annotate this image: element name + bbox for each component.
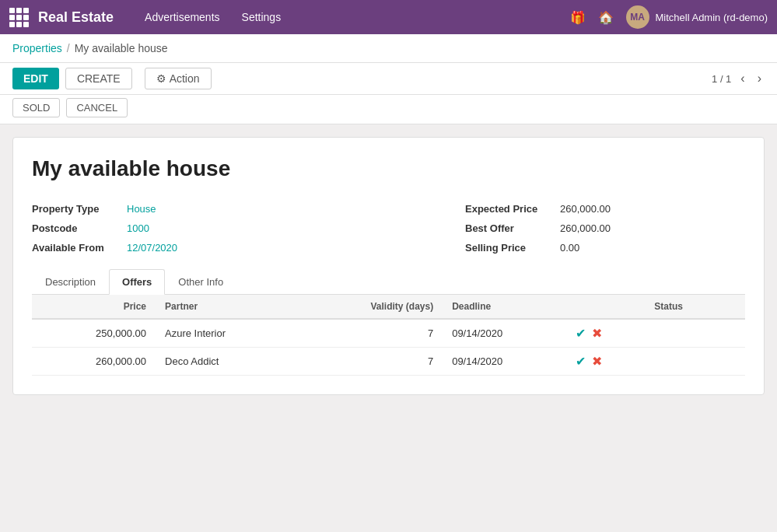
expected-price-field: Expected Price 260,000.00 (465, 203, 745, 215)
nav-settings[interactable]: Settings (242, 11, 282, 23)
col-partner: Partner (156, 295, 297, 319)
available-from-value: 12/07/2020 (127, 242, 177, 254)
fields-right: Expected Price 260,000.00 Best Offer 260… (465, 203, 745, 254)
offers-table: Price Partner Validity (days) Deadline S… (32, 295, 745, 376)
postcode-field: Postcode 1000 (32, 222, 177, 234)
row-status: ✔ ✖ (566, 319, 745, 348)
row-validity: 7 (297, 319, 443, 348)
breadcrumb-separator: / (67, 42, 70, 54)
row-price: 250,000.00 (32, 319, 156, 348)
sold-button[interactable]: SOLD (12, 98, 60, 117)
property-title: My available house (32, 156, 745, 181)
pagination-controls: 1 / 1 ‹ › (712, 70, 765, 87)
fields-left: Property Type House Postcode 1000 Availa… (32, 203, 177, 254)
breadcrumb: Properties / My available house (0, 34, 777, 63)
accept-icon[interactable]: ✔ (576, 354, 586, 369)
grid-menu-icon[interactable] (9, 8, 29, 27)
reject-icon[interactable]: ✖ (592, 354, 602, 369)
property-fields: Property Type House Postcode 1000 Availa… (32, 203, 745, 254)
avatar: MA (626, 5, 649, 29)
tabs-bar: Description Offers Other Info (32, 269, 745, 295)
action-button[interactable]: ⚙ Action (145, 68, 212, 89)
best-offer-value: 260,000.00 (560, 222, 611, 234)
table-row: 250,000.00 Azure Interior 7 09/14/2020 ✔… (32, 319, 745, 348)
selling-price-value: 0.00 (560, 242, 579, 254)
accept-icon[interactable]: ✔ (576, 326, 586, 341)
expected-price-value: 260,000.00 (560, 203, 611, 215)
col-validity: Validity (days) (297, 295, 443, 319)
property-type-label: Property Type (32, 203, 117, 215)
create-button[interactable]: CREATE (65, 68, 132, 89)
table-row: 260,000.00 Deco Addict 7 09/14/2020 ✔ ✖ (32, 348, 745, 376)
postcode-label: Postcode (32, 222, 117, 234)
nav-advertisements[interactable]: Advertisements (145, 11, 219, 23)
cancel-button[interactable]: CANCEL (66, 98, 128, 117)
property-type-value: House (127, 203, 156, 215)
pagination-info: 1 / 1 (712, 73, 731, 85)
gear-icon: ⚙ (156, 72, 166, 85)
main-content: My available house Property Type House P… (0, 124, 777, 408)
best-offer-label: Best Offer (465, 222, 551, 234)
row-deadline: 09/14/2020 (443, 348, 566, 376)
row-partner: Azure Interior (156, 319, 297, 348)
tab-description[interactable]: Description (32, 269, 109, 294)
row-price: 260,000.00 (32, 348, 156, 376)
postcode-value: 1000 (127, 222, 149, 234)
available-from-field: Available From 12/07/2020 (32, 242, 177, 254)
username: Mitchell Admin (rd-demo) (656, 12, 768, 23)
user-menu[interactable]: MA Mitchell Admin (rd-demo) (626, 5, 768, 29)
nav-links: Advertisements Settings (145, 11, 569, 23)
col-status: Status (566, 295, 745, 319)
gift-icon[interactable]: 🎁 (570, 10, 586, 25)
row-partner: Deco Addict (156, 348, 297, 376)
prev-page-button[interactable]: ‹ (737, 70, 747, 87)
row-validity: 7 (297, 348, 443, 376)
reject-icon[interactable]: ✖ (592, 326, 602, 341)
breadcrumb-current: My available house (75, 42, 168, 54)
col-deadline: Deadline (443, 295, 566, 319)
secondary-action-bar: SOLD CANCEL (0, 95, 777, 124)
col-price: Price (32, 295, 156, 319)
selling-price-field: Selling Price 0.00 (465, 242, 745, 254)
navbar-right: 🎁 🏠 MA Mitchell Admin (rd-demo) (570, 5, 768, 29)
action-bar: EDIT CREATE ⚙ Action 1 / 1 ‹ › (0, 63, 777, 95)
next-page-button[interactable]: › (754, 70, 765, 87)
tab-offers[interactable]: Offers (109, 269, 165, 295)
table-header-row: Price Partner Validity (days) Deadline S… (32, 295, 745, 319)
property-form: My available house Property Type House P… (12, 137, 765, 395)
available-from-label: Available From (32, 242, 117, 254)
home-icon[interactable]: 🏠 (598, 10, 614, 25)
tab-other-info[interactable]: Other Info (165, 269, 236, 294)
row-status: ✔ ✖ (566, 348, 745, 376)
breadcrumb-parent[interactable]: Properties (12, 42, 62, 54)
edit-button[interactable]: EDIT (12, 68, 59, 89)
best-offer-field: Best Offer 260,000.00 (465, 222, 745, 234)
property-type-field: Property Type House (32, 203, 177, 215)
expected-price-label: Expected Price (465, 203, 551, 215)
app-title: Real Estate (38, 9, 114, 26)
navbar: Real Estate Advertisements Settings 🎁 🏠 … (0, 0, 777, 34)
selling-price-label: Selling Price (465, 242, 551, 254)
row-deadline: 09/14/2020 (443, 319, 566, 348)
